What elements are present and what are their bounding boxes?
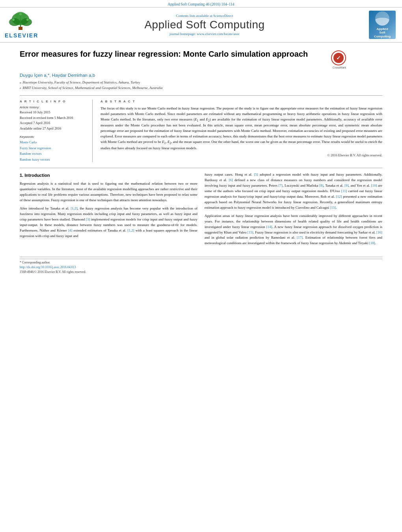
article-title: Error measures for fuzzy linear regressi… xyxy=(20,49,327,59)
homepage-url[interactable]: www.elsevier.com/locate/asoc xyxy=(197,32,240,36)
journal-title: Applied Soft Computing xyxy=(44,19,365,31)
journal-homepage: journal homepage: www.elsevier.com/locat… xyxy=(44,32,365,36)
info-abstract-section: A R T I C L E I N F O Article history: R… xyxy=(20,95,382,162)
asc-logo: AppliedSoftComputing xyxy=(369,11,396,39)
section1-right-para1: fuzzy output cases. Hong et al. [5] adop… xyxy=(205,172,382,211)
body-col-right: fuzzy output cases. Hong et al. [5] adop… xyxy=(205,172,382,249)
revised-date: Received in revised form 5 March 2016 xyxy=(20,115,87,121)
affiliation-a: a Hacettepe University, Faculty of Scien… xyxy=(20,80,382,85)
authors: Duygu İçen a,*, Haydar Demirhan a,b xyxy=(20,73,382,78)
abstract-text: The focus of this study is to use Monte … xyxy=(100,106,382,151)
crossmark-icon: ✓ xyxy=(331,50,346,65)
doi-link: http://dx.doi.org/10.1016/j.asoc.2016.04… xyxy=(20,265,382,269)
affiliation-b: b RMIT University, School of Science, Ma… xyxy=(20,85,382,91)
journal-center: Contents lists available at ScienceDirec… xyxy=(44,14,365,36)
article-dates: Received 10 July 2015 Received in revise… xyxy=(20,110,87,131)
copyright-text: © 2016 Elsevier B.V. All rights reserved… xyxy=(100,153,382,157)
section1-right-para2: Application areas of fuzzy linear regres… xyxy=(205,213,382,247)
science-direct-line: Contents lists available at ScienceDirec… xyxy=(44,14,365,18)
science-direct-link[interactable]: ScienceDirect xyxy=(213,14,233,18)
online-date: Available online 27 April 2016 xyxy=(20,126,87,132)
body-col-left: 1. Introduction Regression analysis is a… xyxy=(20,172,197,249)
accepted-date: Accepted 7 April 2016 xyxy=(20,120,87,126)
asc-logo-text: AppliedSoftComputing xyxy=(374,27,391,39)
svg-point-7 xyxy=(26,19,29,21)
elsevier-brand-text: ELSEVIER xyxy=(5,32,38,39)
keyword-4: Random fuzzy vectors xyxy=(20,157,87,162)
article-info-col: A R T I C L E I N F O Article history: R… xyxy=(20,100,93,162)
elsevier-logo: ELSEVIER xyxy=(5,11,40,39)
keyword-1: Monte Carlo xyxy=(20,139,87,145)
issn-text: 1568-4946/© 2016 Elsevier B.V. All right… xyxy=(20,270,382,274)
asc-logo-circle xyxy=(375,11,389,26)
page: Applied Soft Computing 46 (2016) 104–114… xyxy=(0,0,402,532)
corresponding-note: * Corresponding author. xyxy=(20,261,382,264)
abstract-col: A B S T R A C T The focus of this study … xyxy=(100,100,382,162)
asc-logo-container: AppliedSoftComputing xyxy=(369,11,397,39)
keywords-label: Keywords: xyxy=(20,135,87,139)
elsevier-tree-icon xyxy=(5,11,36,32)
affiliations: a Hacettepe University, Faculty of Scien… xyxy=(20,80,382,91)
footer: * Corresponding author. http://dx.doi.or… xyxy=(20,257,382,274)
svg-rect-0 xyxy=(19,27,22,30)
citation-text: Applied Soft Computing 46 (2016) 104–114 xyxy=(168,2,234,6)
journal-header: ELSEVIER Contents lists available at Sci… xyxy=(0,7,402,43)
section1-heading: 1. Introduction xyxy=(20,172,197,179)
abstract-label: A B S T R A C T xyxy=(100,100,382,103)
top-citation-bar: Applied Soft Computing 46 (2016) 104–114 xyxy=(0,0,402,7)
keyword-2: Fuzzy linear regression xyxy=(20,145,87,151)
history-label: Article history: xyxy=(20,106,87,109)
section1-para2: After introduced by Tanaka et al. [1,2],… xyxy=(20,206,197,239)
section1-para1: Regression analysis is a statistical too… xyxy=(20,181,197,203)
svg-point-6 xyxy=(12,19,15,21)
body-two-col: 1. Introduction Regression analysis is a… xyxy=(20,168,382,249)
article-body: Error measures for fuzzy linear regressi… xyxy=(0,43,402,257)
keyword-3: Random vectors xyxy=(20,151,87,156)
keywords-section: Keywords: Monte Carlo Fuzzy linear regre… xyxy=(20,135,87,162)
article-info-label: A R T I C L E I N F O xyxy=(20,100,87,103)
svg-point-8 xyxy=(19,13,22,15)
svg-text:✓: ✓ xyxy=(336,55,341,61)
received-date: Received 10 July 2015 xyxy=(20,110,87,115)
